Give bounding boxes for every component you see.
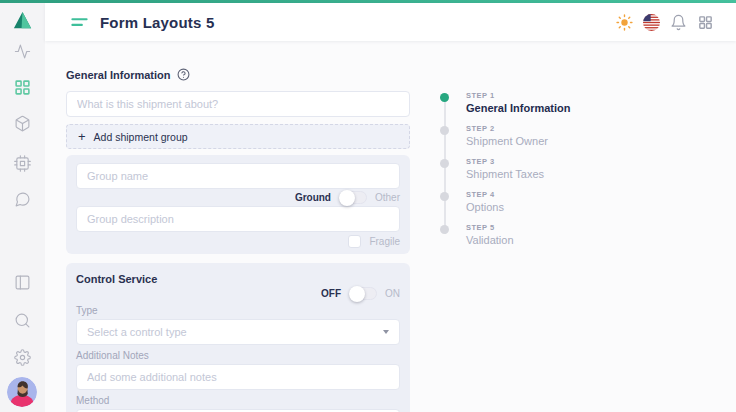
header: Form Layouts 5 — [45, 3, 736, 41]
control-service-toggle[interactable] — [349, 287, 377, 300]
toggle-knob — [349, 286, 365, 302]
theme-sun-icon[interactable] — [615, 13, 633, 31]
step-item-4[interactable]: STEP 4 Options — [440, 190, 571, 223]
sidebar-settings-icon[interactable] — [14, 349, 31, 366]
additional-notes-input[interactable] — [76, 364, 400, 390]
add-group-label: Add shipment group — [94, 131, 188, 143]
step-item-3[interactable]: STEP 3 Shipment Taxes — [440, 157, 571, 190]
shipment-form: General Information + Add shipment group — [66, 68, 410, 412]
control-type-placeholder: Select a control type — [87, 326, 187, 338]
step-dot — [440, 126, 449, 135]
user-avatar[interactable] — [7, 377, 37, 407]
page-title: Form Layouts 5 — [100, 14, 215, 31]
control-type-select[interactable]: Select a control type — [76, 319, 400, 345]
content-area: General Information + Add shipment group — [45, 41, 736, 412]
step-title: Validation — [466, 234, 571, 246]
group-description-input[interactable] — [76, 206, 400, 232]
other-label: Other — [375, 192, 400, 203]
step-label: STEP 5 — [466, 223, 571, 232]
sidebar-item-chat-bubble-icon[interactable] — [14, 191, 31, 208]
toggle-knob — [339, 190, 355, 206]
add-shipment-group-button[interactable]: + Add shipment group — [66, 124, 410, 149]
step-dot — [440, 159, 449, 168]
method-label: Method — [76, 395, 400, 406]
step-item-5[interactable]: STEP 5 Validation — [440, 223, 571, 256]
step-label: STEP 3 — [466, 157, 571, 166]
step-title: Shipment Taxes — [466, 168, 571, 180]
sidebar-item-cpu-icon[interactable] — [14, 155, 31, 172]
form-section-title: General Information — [66, 69, 171, 81]
language-us-flag-icon[interactable] — [642, 13, 660, 31]
sidebar-item-cube-icon[interactable] — [14, 115, 31, 132]
control-service-title: Control Service — [76, 274, 400, 285]
sidebar-item-activity-icon[interactable] — [14, 43, 31, 60]
sidebar — [0, 3, 45, 412]
step-title: Shipment Owner — [466, 135, 571, 147]
steps-panel: STEP 1 General Information STEP 2 Shipme… — [440, 91, 571, 256]
menu-toggle-icon[interactable] — [70, 13, 89, 32]
shipment-group-card: Ground Other Fragile — [66, 155, 410, 254]
step-item-1[interactable]: STEP 1 General Information — [440, 91, 571, 124]
plus-icon: + — [78, 130, 86, 143]
step-label: STEP 1 — [466, 91, 571, 100]
sidebar-search-icon[interactable] — [14, 312, 31, 329]
sidebar-item-layout-icon[interactable] — [14, 274, 31, 291]
off-label: OFF — [321, 288, 341, 299]
additional-notes-label: Additional Notes — [76, 350, 400, 361]
help-icon[interactable] — [177, 68, 190, 81]
header-actions — [615, 13, 714, 31]
step-item-2[interactable]: STEP 2 Shipment Owner — [440, 124, 571, 157]
step-label: STEP 2 — [466, 124, 571, 133]
chevron-down-icon — [383, 330, 389, 334]
on-label: ON — [385, 288, 400, 299]
fragile-checkbox[interactable] — [348, 235, 361, 248]
ground-label: Ground — [295, 192, 331, 203]
control-service-card: Control Service OFF ON Type Select a con… — [66, 263, 410, 412]
fragile-label: Fragile — [369, 236, 400, 247]
step-dot — [440, 192, 449, 201]
step-title: Options — [466, 201, 571, 213]
shipment-about-input[interactable] — [66, 91, 410, 117]
ground-other-toggle[interactable] — [339, 191, 367, 204]
group-name-input[interactable] — [76, 163, 400, 189]
notifications-bell-icon[interactable] — [669, 13, 687, 31]
app-window: Form Layouts 5 — [0, 0, 736, 412]
step-label: STEP 4 — [466, 190, 571, 199]
step-dot — [440, 225, 449, 234]
step-title: General Information — [466, 102, 571, 114]
apps-grid-icon[interactable] — [696, 13, 714, 31]
sidebar-item-grid-icon[interactable] — [14, 79, 31, 96]
step-dot — [440, 93, 449, 102]
type-label: Type — [76, 305, 400, 316]
app-logo-icon[interactable] — [11, 9, 34, 32]
